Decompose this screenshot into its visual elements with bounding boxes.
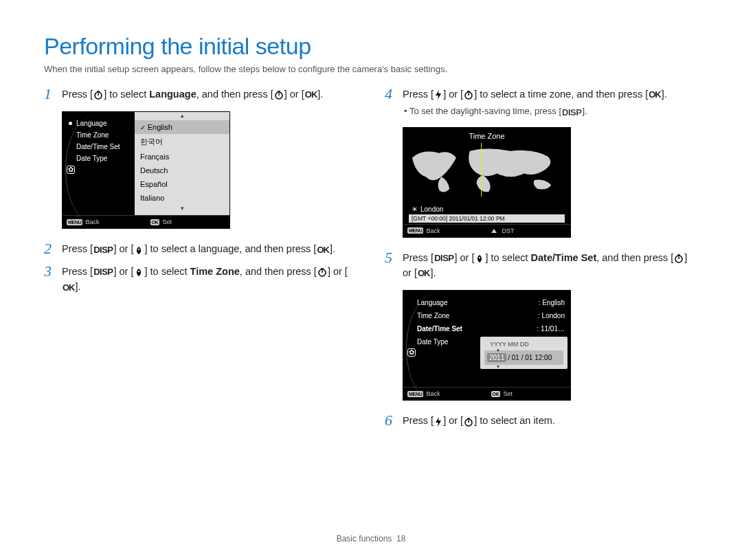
menu-item-language: Language: [65, 117, 132, 129]
val-datetime: : 11/01…: [480, 322, 567, 335]
left-column: 1 Press [] to select Language, and then …: [44, 87, 357, 436]
menu-item-timezone: Time Zone: [65, 129, 132, 141]
step-text: Press [] or [] to select a time zone, an…: [403, 87, 698, 102]
arc-decoration: [406, 293, 475, 403]
option-italiano: Italiano: [135, 191, 229, 205]
footer-set: OKSet: [487, 388, 571, 400]
step-text: Press [DISP] or [] to select Date/Time S…: [403, 250, 698, 281]
footer-back: MENUBack: [403, 225, 487, 237]
footer-page: 18: [396, 534, 405, 544]
datetime-fields: ▴ ▾ 2011 / 01 / 01 12:00: [484, 350, 563, 365]
disp-icon: DISP: [434, 251, 453, 265]
gear-icon: [407, 348, 416, 357]
datetime-editor: YYYY MM DD ▴ ▾ 2011 / 01 / 01 12:00: [480, 337, 567, 369]
step-number: 2: [44, 241, 56, 256]
step-2: 2 Press [DISP] or [] to select a languag…: [44, 241, 357, 256]
step-number: 4: [385, 87, 397, 102]
ok-icon: OK: [63, 281, 75, 295]
step-text: Press [DISP] or [] to select Time Zone, …: [62, 264, 357, 295]
timer-icon: [274, 90, 284, 100]
timer-icon: [464, 90, 473, 100]
disp-icon: DISP: [93, 265, 113, 279]
option-espanol: Español: [135, 177, 229, 191]
ok-tag: OK: [150, 219, 160, 225]
option-deutsch: Deutsch: [135, 164, 229, 177]
step-3: 3 Press [DISP] or [] to select Time Zone…: [44, 264, 357, 295]
disp-icon: DISP: [93, 243, 113, 257]
world-map: [409, 143, 565, 204]
page-subtitle: When the initial setup screen appears, f…: [44, 64, 698, 74]
step-text: Press [] or [] to select an item.: [403, 413, 698, 428]
ok-icon: OK: [649, 88, 661, 102]
svg-point-3: [138, 271, 139, 272]
timer-icon: [317, 267, 327, 277]
lcd-language: Language Time Zone Date/Time Set Date Ty…: [62, 111, 230, 229]
timer-icon: [674, 254, 684, 263]
svg-point-2: [138, 248, 139, 249]
val-language: : English: [480, 296, 567, 309]
footer-section: Basic functions: [337, 534, 392, 544]
footer-dst: DST: [487, 225, 571, 237]
step-5: 5 Press [DISP] or [] to select Date/Time…: [385, 250, 698, 281]
scroll-up-icon: ▴: [135, 112, 229, 120]
page-footer: Basic functions 18: [0, 534, 742, 544]
timer-icon: [93, 90, 103, 100]
step-4-note: • To set the daylight-saving time, press…: [397, 106, 698, 117]
svg-point-8: [479, 257, 480, 258]
step-text: Press [DISP] or [] to select a language,…: [62, 241, 357, 256]
ok-tag: OK: [491, 391, 501, 397]
step-4: 4 Press [] or [] to select a time zone, …: [385, 87, 698, 102]
menu-item-datetime: Date/Time Set: [65, 141, 132, 153]
tz-city-row: ☀ London: [409, 204, 565, 213]
ok-icon: OK: [305, 88, 317, 102]
step-6: 6 Press [] or [] to select an item.: [385, 413, 698, 428]
step-number: 3: [44, 264, 56, 279]
sun-icon: ☀: [412, 205, 418, 213]
up-arrow-icon: ▴: [497, 346, 499, 352]
down-arrow-icon: ▾: [497, 363, 499, 370]
step-1: 1 Press [] to select Language, and then …: [44, 87, 357, 102]
lcd-datetime: Language Time Zone Date/Time Set Date Ty…: [403, 290, 571, 401]
scroll-down-icon: ▾: [135, 205, 229, 213]
val-timezone: : London: [480, 309, 567, 322]
menu-tag: MENU: [67, 219, 82, 225]
up-arrow-icon: [491, 229, 497, 233]
option-francais: Français: [135, 150, 229, 164]
ok-icon: OK: [317, 243, 329, 257]
lcd-values: : English : London : 11/01… YYYY MM DD ▴…: [480, 291, 570, 387]
option-korean: 한국어: [135, 134, 229, 150]
step-number: 6: [385, 413, 397, 428]
right-column: 4 Press [] or [] to select a time zone, …: [385, 87, 698, 436]
step-number: 1: [44, 87, 56, 102]
page-title: Performing the initial setup: [44, 33, 698, 60]
ok-icon: OK: [418, 267, 430, 280]
tz-timestamp: [GMT +00:00] 2011/01/01 12:00 PM: [409, 214, 565, 223]
macro-icon: [475, 254, 484, 263]
option-english: English: [135, 120, 229, 134]
year-field: 2011: [487, 353, 506, 362]
footer-set: OKSet: [146, 216, 230, 228]
flash-icon: [434, 90, 442, 100]
macro-icon: [134, 267, 144, 277]
lcd-timezone: Time Zone ☀: [403, 127, 571, 238]
rest-fields: / 01 / 01 12:00: [508, 354, 552, 361]
flash-icon: [434, 417, 442, 427]
lcd-footer: MENUBack DST: [403, 224, 570, 237]
disp-icon: DISP: [562, 107, 581, 117]
note-text: • To set the daylight-saving time, press…: [404, 106, 587, 117]
gear-icon: [67, 166, 75, 174]
step-number: 5: [385, 250, 397, 265]
tz-title: Time Zone: [409, 132, 565, 140]
timer-icon: [464, 417, 473, 427]
menu-tag: MENU: [407, 227, 423, 234]
macro-icon: [134, 245, 144, 255]
menu-item-datetype: Date Type: [65, 153, 132, 164]
tz-city: London: [420, 205, 443, 213]
step-text: Press [] to select Language, and then pr…: [62, 87, 357, 102]
lcd-options-list: ▴ English 한국어 Français Deutsch Español I…: [135, 112, 229, 215]
